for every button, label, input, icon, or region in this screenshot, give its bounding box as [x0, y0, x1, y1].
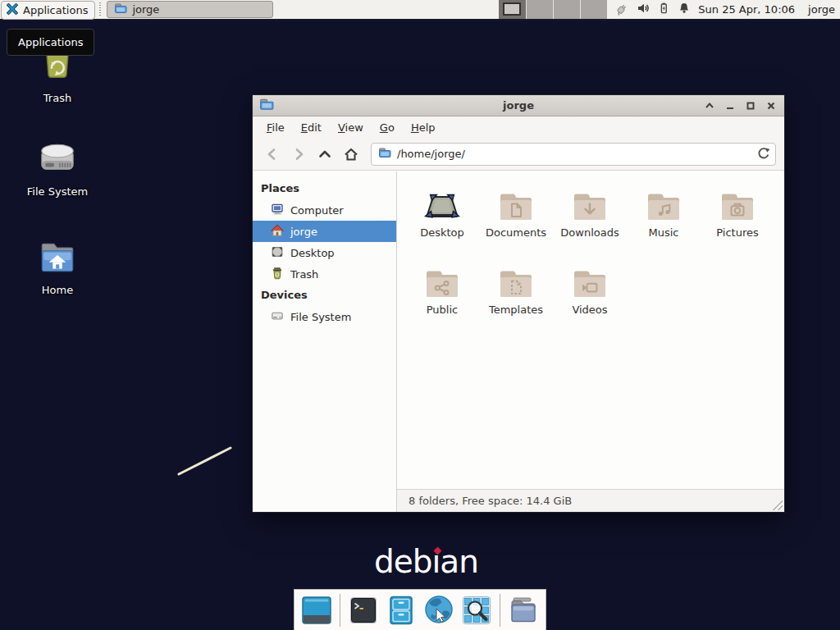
back-button[interactable] [261, 143, 284, 166]
file-item-public[interactable]: Public [405, 262, 479, 339]
menubar: File Edit View Go Help [253, 116, 784, 138]
sidebar-item-filesystem[interactable]: File System [253, 306, 396, 327]
statusbar: 8 folders, Free space: 14.4 GiB [397, 489, 784, 512]
path-bar[interactable]: /home/jorge/ [371, 143, 776, 166]
session-user-label[interactable]: jorge [808, 3, 835, 16]
notifications-bell-icon[interactable] [678, 2, 691, 17]
applications-menu-label: Applications [23, 4, 88, 16]
desktop-icon [271, 245, 284, 261]
reload-icon[interactable] [756, 146, 770, 162]
clock[interactable]: Sun 25 Apr, 10:06 [698, 3, 795, 16]
menu-go[interactable]: Go [372, 119, 402, 136]
file-item-videos[interactable]: Videos [553, 262, 627, 339]
taskbar-window-label: jorge [132, 3, 159, 16]
sidebar-item-trash[interactable]: Trash [253, 263, 396, 285]
file-item-downloads[interactable]: Downloads [553, 185, 627, 262]
close-button[interactable] [765, 99, 778, 112]
desktop-icon-label: File System [27, 185, 88, 198]
home-folder-icon [37, 238, 78, 280]
desktop[interactable]: Applications jorge [0, 0, 840, 630]
sidebar-item-desktop[interactable]: Desktop [253, 242, 396, 263]
file-label: Templates [489, 304, 543, 316]
file-item-music[interactable]: Music [627, 185, 701, 262]
documents-folder-icon [496, 185, 536, 222]
forward-button[interactable] [287, 143, 310, 166]
statusbar-text: 8 folders, Free space: 14.4 GiB [409, 495, 572, 507]
sidebar-item-label: jorge [290, 226, 317, 238]
desktop-icon-home[interactable]: Home [18, 238, 97, 296]
sidebar-item-label: Computer [290, 204, 344, 217]
volume-icon[interactable] [637, 2, 650, 17]
pictures-folder-icon [718, 185, 757, 222]
file-grid: Desktop Documents [397, 171, 784, 339]
panel-clock-area: Sun 25 Apr, 10:06 jorge [698, 0, 835, 19]
workspace-3[interactable] [553, 0, 580, 19]
path-input[interactable]: /home/jorge/ [397, 148, 751, 160]
templates-folder-icon [496, 262, 536, 299]
web-browser-launcher[interactable] [422, 594, 455, 627]
maximize-button[interactable] [744, 99, 757, 112]
file-label: Desktop [420, 226, 464, 239]
sidebar-item-label: Desktop [290, 247, 335, 259]
home-button[interactable] [340, 143, 363, 166]
trash-icon [271, 267, 284, 282]
menu-help[interactable]: Help [404, 119, 443, 136]
file-view[interactable]: Desktop Documents [397, 171, 784, 512]
file-item-templates[interactable]: Templates [479, 262, 553, 339]
power-plug-icon[interactable] [615, 2, 629, 18]
taskbar-window-button[interactable]: jorge [107, 1, 273, 18]
workspace-switcher[interactable] [499, 0, 607, 19]
path-folder-icon [378, 146, 391, 162]
desktop-icon-filesystem[interactable]: File System [18, 139, 97, 198]
menu-file[interactable]: File [259, 119, 292, 136]
battery-icon[interactable] [657, 2, 670, 17]
up-button[interactable] [313, 143, 336, 166]
computer-icon [271, 203, 284, 218]
panel-handle[interactable] [97, 2, 103, 17]
minimize-button[interactable] [724, 99, 737, 112]
file-item-desktop[interactable]: Desktop [405, 185, 479, 262]
desktop-icon-label: Home [42, 284, 73, 296]
downloads-folder-icon [570, 185, 609, 222]
sidebar-header-devices: Devices [253, 285, 396, 306]
show-desktop-button[interactable] [300, 594, 333, 627]
workspace-window-preview [503, 2, 521, 16]
sidebar-item-computer[interactable]: Computer [253, 199, 396, 221]
app-finder-launcher[interactable] [460, 594, 493, 627]
file-item-pictures[interactable]: Pictures [701, 185, 774, 262]
file-manager-launcher[interactable] [385, 594, 418, 627]
file-item-documents[interactable]: Documents [479, 185, 553, 262]
tooltip-text: Applications [18, 36, 83, 48]
dock-separator [340, 594, 340, 627]
drive-icon [271, 309, 284, 325]
home-icon [271, 224, 284, 240]
sidebar-item-label: Trash [290, 268, 318, 281]
shade-button[interactable] [703, 99, 716, 112]
resize-grip[interactable] [773, 500, 783, 510]
sidebar-item-jorge[interactable]: jorge [253, 221, 396, 242]
file-label: Public [427, 304, 458, 316]
toolbar: /home/jorge/ [253, 138, 784, 171]
file-manager-window: jorge File Edit View Go Help [252, 94, 785, 513]
hard-drive-icon [37, 139, 78, 181]
menu-view[interactable]: View [331, 119, 371, 136]
system-tray [615, 0, 691, 19]
stray-line-artifact [172, 441, 246, 491]
sidebar-item-label: File System [290, 311, 351, 323]
file-label: Pictures [716, 226, 758, 239]
folder-launcher[interactable] [507, 594, 540, 627]
applications-menu-button[interactable]: Applications [1, 1, 95, 20]
terminal-launcher[interactable] [347, 594, 380, 627]
applications-tooltip: Applications [7, 29, 94, 56]
file-label: Music [649, 226, 679, 239]
workspace-2[interactable] [526, 0, 553, 19]
music-folder-icon [644, 185, 683, 222]
workspace-4[interactable] [580, 0, 607, 19]
debian-logo: debıan [374, 543, 478, 580]
titlebar[interactable]: jorge [253, 95, 784, 116]
workspace-1[interactable] [499, 0, 526, 19]
file-label: Documents [486, 226, 546, 239]
videos-folder-icon [570, 262, 609, 299]
desktop-icon-label: Trash [43, 92, 71, 104]
menu-edit[interactable]: Edit [294, 119, 329, 136]
